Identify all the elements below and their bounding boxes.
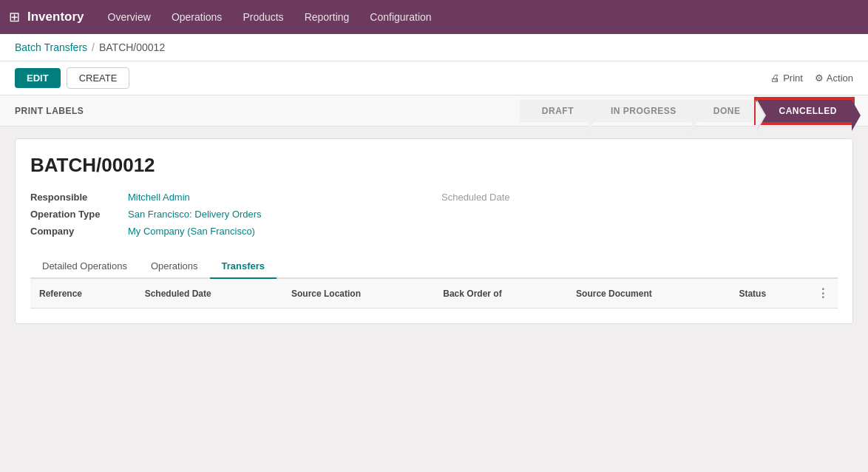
tab-detailed-operations[interactable]: Detailed Operations: [30, 254, 139, 279]
breadcrumb-separator: /: [92, 41, 95, 53]
action-button[interactable]: ⚙ Action: [815, 73, 853, 84]
col-status: Status: [730, 279, 808, 309]
print-icon: 🖨: [770, 73, 780, 84]
edit-button[interactable]: EDIT: [15, 68, 61, 88]
company-value[interactable]: My Company (San Francisco): [128, 226, 255, 237]
apps-icon[interactable]: ⊞: [9, 9, 20, 25]
nav-menu: Overview Operations Products Reporting C…: [99, 7, 441, 27]
form-fields-left: Responsible Mitchell Admin Operation Typ…: [30, 192, 427, 237]
transfers-table-container: Reference Scheduled Date Source Location…: [30, 279, 838, 309]
status-pipeline: DRAFT IN PROGRESS DONE CANCELLED: [520, 98, 853, 124]
column-options-icon[interactable]: ⋮: [817, 287, 829, 300]
col-source-document: Source Document: [567, 279, 730, 309]
responsible-field: Responsible Mitchell Admin: [30, 192, 427, 203]
action-bar-right: 🖨 Print ⚙ Action: [770, 73, 853, 84]
responsible-value[interactable]: Mitchell Admin: [128, 192, 190, 203]
status-step-cancelled[interactable]: CANCELLED: [756, 98, 854, 124]
nav-item-products[interactable]: Products: [234, 7, 292, 27]
form-fields: Responsible Mitchell Admin Operation Typ…: [30, 192, 838, 237]
form-fields-right: Scheduled Date: [441, 192, 838, 237]
breadcrumb-current: BATCH/00012: [99, 41, 165, 53]
table-header-row: Reference Scheduled Date Source Location…: [30, 279, 838, 309]
transfers-table: Reference Scheduled Date Source Location…: [30, 279, 838, 309]
operation-type-field: Operation Type San Francisco: Delivery O…: [30, 209, 427, 220]
print-labels-button[interactable]: PRINT LABELS: [15, 106, 84, 116]
operation-type-value[interactable]: San Francisco: Delivery Orders: [128, 209, 262, 220]
main-content: BATCH/00012 Responsible Mitchell Admin O…: [0, 127, 868, 336]
brand-name: Inventory: [27, 10, 84, 24]
col-back-order-of: Back Order of: [434, 279, 567, 309]
status-step-in-progress[interactable]: IN PROGRESS: [589, 100, 691, 122]
status-step-draft[interactable]: DRAFT: [520, 100, 589, 122]
nav-item-operations[interactable]: Operations: [163, 7, 231, 27]
nav-item-reporting[interactable]: Reporting: [296, 7, 359, 27]
status-bar: PRINT LABELS DRAFT IN PROGRESS DONE CANC…: [0, 95, 868, 127]
action-bar: EDIT CREATE 🖨 Print ⚙ Action: [0, 61, 868, 95]
form-tabs: Detailed Operations Operations Transfers: [30, 254, 838, 279]
col-options: ⋮: [808, 279, 838, 309]
scheduled-date-label: Scheduled Date: [441, 192, 530, 203]
operation-type-label: Operation Type: [30, 209, 119, 220]
col-reference: Reference: [30, 279, 136, 309]
nav-item-overview[interactable]: Overview: [99, 7, 160, 27]
col-source-location: Source Location: [282, 279, 434, 309]
company-label: Company: [30, 226, 119, 237]
tab-transfers[interactable]: Transfers: [210, 254, 277, 279]
batch-title: BATCH/00012: [30, 154, 838, 177]
status-step-done[interactable]: DONE: [691, 100, 756, 122]
scheduled-date-field: Scheduled Date: [441, 192, 838, 203]
form-card: BATCH/00012 Responsible Mitchell Admin O…: [15, 138, 853, 324]
breadcrumb: Batch Transfers / BATCH/00012: [0, 34, 868, 61]
top-navigation: ⊞ Inventory Overview Operations Products…: [0, 0, 868, 34]
breadcrumb-parent[interactable]: Batch Transfers: [15, 41, 87, 53]
company-field: Company My Company (San Francisco): [30, 226, 427, 237]
col-scheduled-date: Scheduled Date: [136, 279, 282, 309]
tab-operations[interactable]: Operations: [139, 254, 210, 279]
responsible-label: Responsible: [30, 192, 119, 203]
create-button[interactable]: CREATE: [67, 67, 130, 89]
nav-item-configuration[interactable]: Configuration: [361, 7, 440, 27]
print-button[interactable]: 🖨 Print: [770, 73, 803, 84]
gear-icon: ⚙: [815, 73, 824, 84]
